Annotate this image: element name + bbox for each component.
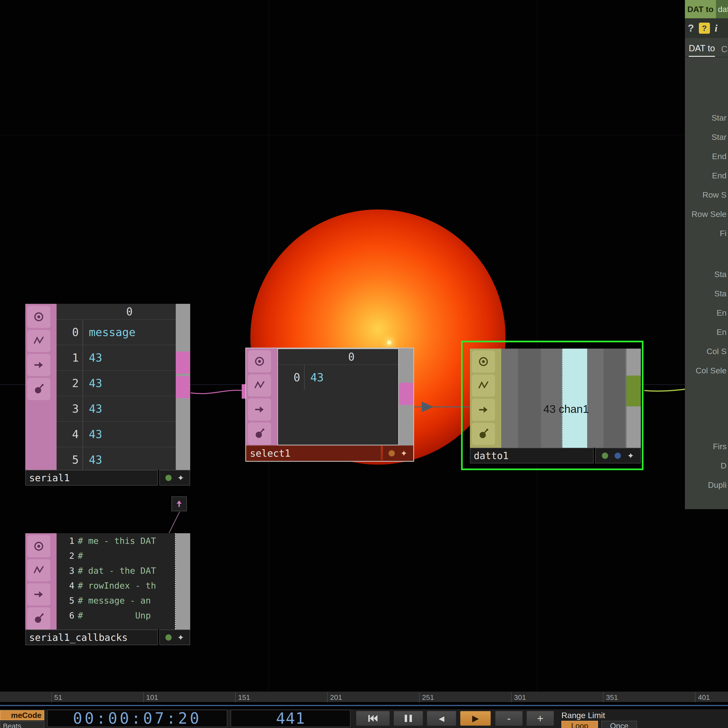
pulse-icon[interactable] [27,330,50,352]
select1-flag-sidebar [246,348,277,445]
timecode-mode-button[interactable]: meCode [0,710,44,720]
dock-arrow-icon[interactable] [472,399,495,421]
sparkle-icon[interactable]: ✦ [400,448,407,458]
callbacks-code-viewer[interactable]: 1# me - this DAT 2# 3# dat - the DAT 4# … [57,533,176,630]
tick-label: 201 [330,693,342,702]
pulse-icon[interactable] [27,559,50,581]
node-name[interactable]: datto1 [470,448,593,463]
select1-state-flags: ✦ [382,445,413,461]
output-connector[interactable] [176,352,190,374]
increment-button[interactable]: + [526,711,554,726]
pause-button[interactable] [393,711,423,726]
tick-label: 401 [698,693,710,702]
line-text: # message - an [78,596,151,606]
tab-common[interactable]: Co [721,44,728,57]
tick-label: 251 [422,693,434,702]
param-label: Sta [685,286,726,300]
row-index: 0 [57,320,83,345]
blue-dot-icon[interactable] [615,453,621,459]
line-number: 1 [57,536,78,546]
python-help-icon[interactable]: ? [699,23,710,34]
transport-bar: meCode Beats 00:00:07:20 441 ◀ ▶ - + Ran… [0,709,728,728]
row-value: 43 [83,371,102,396]
line-text: # rowIndex - th [78,581,156,590]
active-dot-icon[interactable] [165,634,172,641]
active-dot-icon[interactable] [388,450,395,456]
table-row: 143 [57,345,176,370]
step-back-button[interactable]: ◀ [427,711,456,726]
bomb-icon[interactable] [248,422,271,445]
help-icon[interactable]: ? [688,22,694,34]
viewer-icon[interactable] [27,306,50,328]
output-connector[interactable] [626,376,641,406]
pulse-icon[interactable] [472,375,495,397]
tick-label: 51 [54,693,62,702]
bomb-icon[interactable] [27,607,50,630]
serial1-table-viewer[interactable]: 0 0message 143 243 343 443 543 [57,304,176,470]
serial1-namebar: serial1 ✦ [25,470,190,486]
node-datto1[interactable]: 43 chan1 datto1 ✦ [470,349,641,463]
node-select1[interactable]: 0 043 select1 ✦ [246,348,413,461]
select1-namebar: select1 ✦ [246,445,413,461]
output-connector[interactable] [176,376,190,398]
serial1-output-strip[interactable] [176,304,190,470]
param-label: En [685,306,726,320]
play-icon: ▶ [472,713,479,723]
play-button[interactable]: ▶ [460,711,491,726]
parameter-tabs: DAT to Co [685,38,728,57]
bomb-icon[interactable] [472,423,495,445]
code-line: 2# [57,548,175,563]
tick-mark [235,692,236,702]
param-label: Dupli [685,478,726,492]
rewind-button[interactable] [356,711,390,726]
frame-display[interactable]: 441 [231,710,350,727]
timeline-ruler[interactable]: 51 101 151 201 251 301 351 401 [0,691,728,702]
row-value: 43 [83,396,102,421]
sparkle-icon[interactable]: ✦ [627,451,634,460]
dock-arrow-icon[interactable] [27,354,50,376]
node-name[interactable]: serial1 [25,470,158,486]
sparkle-icon[interactable]: ✦ [177,473,184,483]
active-dot-icon[interactable] [602,453,608,459]
bomb-icon[interactable] [27,378,50,400]
output-connector[interactable] [399,383,413,405]
row-index: 5 [57,447,83,470]
timecode-display[interactable]: 00:00:07:20 [47,710,227,727]
sparkle-icon[interactable]: ✦ [177,633,184,642]
playbar-line[interactable] [0,705,728,706]
dock-arrow-icon[interactable] [27,583,50,606]
row-index: 0 [278,365,304,390]
tick-label: 101 [146,693,158,702]
table-header-row: 0 [57,304,176,319]
chop-channel-label: 43 chan1 [543,402,589,416]
dock-indicator[interactable] [171,496,187,511]
datto1-output-strip[interactable] [626,349,641,448]
pause-icon [405,715,407,722]
pulse-icon[interactable] [248,374,271,396]
viewer-icon[interactable] [27,535,50,557]
active-dot-icon[interactable] [165,475,172,481]
loop-button[interactable]: Loop [561,721,598,728]
viewer-icon[interactable] [472,350,495,373]
beats-button[interactable]: Beats [0,721,44,728]
datto1-chop-viewer[interactable]: 43 chan1 [501,349,626,448]
operator-name-field[interactable]: datt [716,0,728,18]
serial1-body: 0 0message 143 243 343 443 543 [25,304,190,470]
line-text: # me - this DAT [78,536,156,546]
info-icon[interactable]: i [715,22,718,34]
select1-output-strip[interactable] [399,348,413,445]
tab-dat-to[interactable]: DAT to [689,43,715,57]
callbacks-output-strip[interactable] [176,533,190,630]
select1-table-viewer[interactable]: 0 043 [277,348,399,445]
viewer-icon[interactable] [248,350,271,372]
node-name[interactable]: serial1_callbacks [25,630,158,645]
node-serial1-callbacks[interactable]: 1# me - this DAT 2# 3# dat - the DAT 4# … [25,533,190,645]
node-serial1[interactable]: 0 0message 143 243 343 443 543 serial1 ✦ [25,304,190,486]
column-header: 0 [304,351,398,363]
dock-arrow-icon[interactable] [248,398,271,421]
decrement-button[interactable]: - [495,711,523,726]
row-value: 43 [304,365,324,390]
line-number: 2 [57,551,78,561]
once-button[interactable]: Once [601,721,637,728]
node-name[interactable]: select1 [246,445,381,461]
